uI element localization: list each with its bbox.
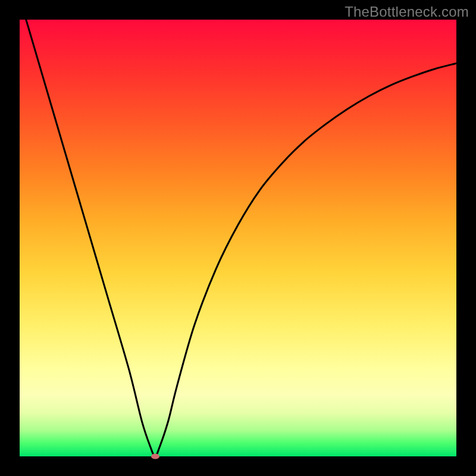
- watermark-text: TheBottleneck.com: [345, 4, 469, 20]
- chart-frame: TheBottleneck.com: [0, 0, 476, 476]
- plot-area: [20, 20, 456, 456]
- optimal-point-marker: [151, 454, 159, 459]
- bottleneck-curve: [20, 20, 456, 456]
